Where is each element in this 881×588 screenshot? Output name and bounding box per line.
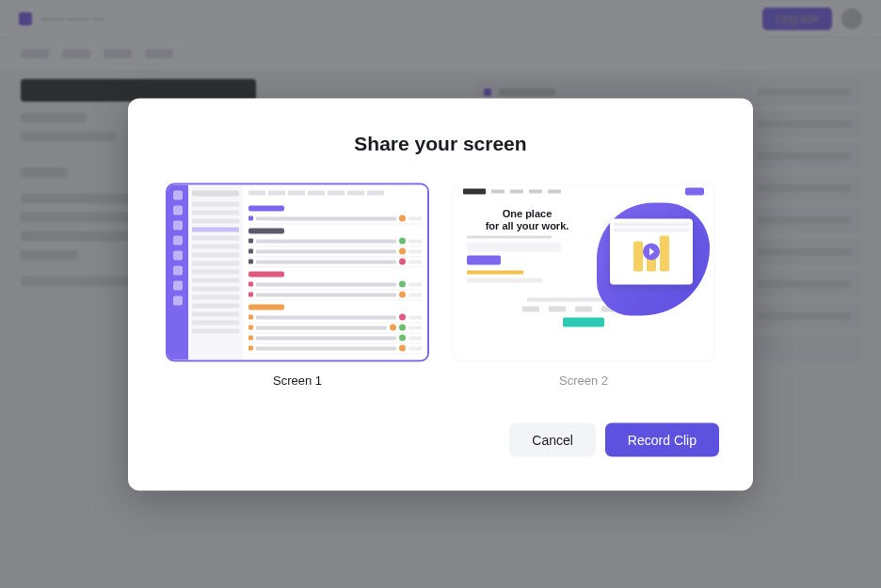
screen-2-label: Screen 2 <box>452 373 715 387</box>
thumb2-screenshot <box>610 218 693 284</box>
thumb1-main <box>243 184 427 359</box>
play-icon <box>643 243 660 260</box>
thumb1-sidebar <box>188 184 243 359</box>
thumb2-nav <box>454 184 713 198</box>
screen-option-2[interactable]: One place for all your work. <box>452 183 715 387</box>
screen-2-thumbnail: One place for all your work. <box>452 183 715 361</box>
thumb1-rail <box>168 184 188 359</box>
screen-1-thumbnail <box>166 183 429 361</box>
screen-options: Screen 1 One place for all your work <box>162 183 719 387</box>
modal-title: Share your screen <box>162 132 719 154</box>
modal-footer: Cancel Record Clip <box>162 422 719 456</box>
share-screen-modal: Share your screen <box>128 98 753 490</box>
record-clip-button[interactable]: Record Clip <box>605 422 719 456</box>
thumb2-logo-icon <box>463 188 486 194</box>
screen-1-label: Screen 1 <box>166 373 429 387</box>
cancel-button[interactable]: Cancel <box>509 422 596 456</box>
screen-option-1[interactable]: Screen 1 <box>166 183 429 387</box>
thumb2-headline: One place for all your work. <box>467 207 587 231</box>
